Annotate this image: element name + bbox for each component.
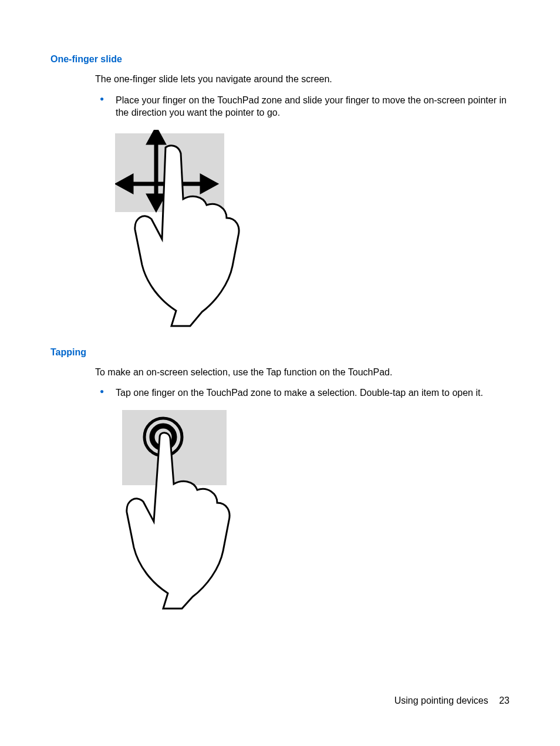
figure-tapping — [115, 410, 510, 610]
figure-one-finger-slide — [115, 130, 510, 330]
svg-marker-2 — [149, 130, 163, 143]
bullet-item: Place your finger on the TouchPad zone a… — [95, 94, 510, 119]
bullet-item: Tap one finger on the TouchPad zone to m… — [95, 387, 510, 399]
section-tapping: Tapping To make an on-screen selection, … — [50, 347, 510, 610]
section-one-finger-slide: One-finger slide The one-finger slide le… — [50, 54, 510, 330]
intro-text: To make an on-screen selection, use the … — [95, 366, 510, 379]
heading-one-finger-slide: One-finger slide — [50, 54, 510, 65]
heading-tapping: Tapping — [50, 347, 510, 358]
page-number: 23 — [499, 695, 510, 705]
one-finger-slide-icon — [115, 130, 244, 330]
page-footer: Using pointing devices 23 — [394, 695, 510, 706]
tapping-icon — [115, 410, 238, 610]
intro-text: The one-finger slide lets you navigate a… — [95, 73, 510, 86]
footer-section-label: Using pointing devices — [394, 695, 488, 705]
